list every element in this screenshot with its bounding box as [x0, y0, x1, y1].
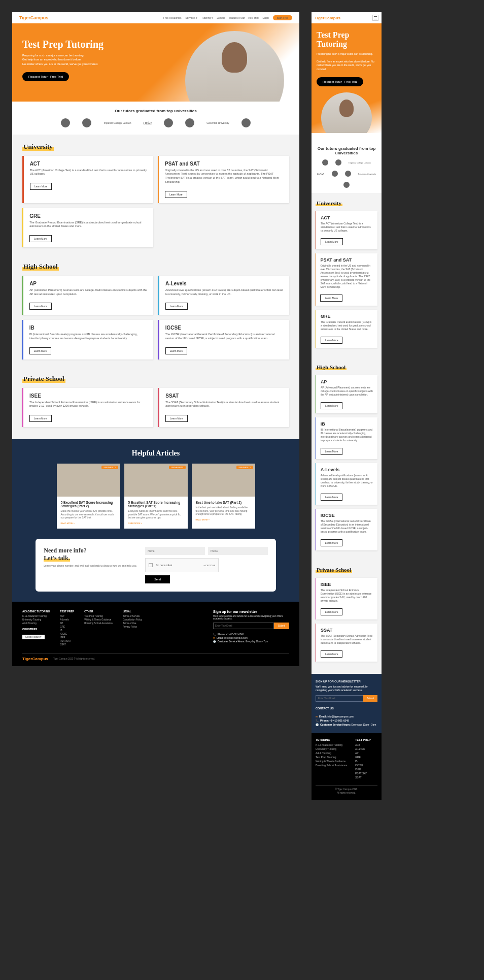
uni-logo-icon: ucla [317, 171, 325, 177]
card-desc: Originally created in the US and now use… [165, 169, 283, 184]
newsletter-submit-button[interactable]: Submit [274, 623, 289, 629]
footer-link[interactable]: University Tutoring [22, 618, 50, 621]
nav-request-tutor[interactable]: Request Tutor – Free Trial [229, 16, 258, 19]
learn-more-button[interactable]: Learn More [321, 650, 343, 658]
footer-link[interactable]: IGCSE [60, 633, 74, 635]
footer-logo[interactable]: TigerCampus [22, 657, 48, 661]
article-card[interactable]: UNIVERSITY 5 Excellent SAT Score-Increas… [57, 464, 120, 529]
hero-cta-button[interactable]: Request Tutor - Free Trial [22, 72, 69, 81]
footer-link[interactable]: A-Levels [355, 747, 371, 750]
read-more-link[interactable]: READ MORE » [196, 518, 251, 521]
section-university: University ACT The ACT (American College… [12, 135, 299, 254]
footer-link[interactable]: ACT [355, 743, 371, 746]
footer-col-heading: TEST PREP [355, 738, 371, 741]
newsletter-email-field[interactable] [213, 623, 274, 629]
footer-link[interactable]: ISEE [355, 768, 371, 771]
name-field[interactable] [145, 547, 205, 555]
recaptcha[interactable]: I'm not a robot reCAPTCHA [145, 558, 219, 572]
footer-link[interactable]: GRE [355, 756, 371, 759]
learn-more-button[interactable]: Learn More [29, 303, 52, 310]
learn-more-button[interactable]: Learn More [321, 337, 343, 344]
footer-link[interactable]: GRE [60, 626, 74, 628]
article-image: UNIVERSITY [124, 464, 188, 497]
footer-link[interactable]: K-12 Academic Tutoring [316, 743, 347, 746]
footer-link[interactable]: A-Levels [60, 618, 74, 621]
mobile-footer: TUTORING K-12 Academic TutoringUniversit… [312, 733, 382, 800]
footer-link[interactable]: K-12 Academic Tutoring [22, 615, 50, 617]
logo[interactable]: TigerCampus [315, 16, 340, 20]
footer-link[interactable]: Adult Tutoring [22, 622, 50, 625]
footer-link[interactable]: PSAT/SAT [355, 772, 371, 775]
learn-more-button[interactable]: Learn More [321, 448, 343, 455]
section-highschool: High School AP AP (Advanced Placement) c… [312, 357, 382, 560]
hero-text: Preparing for such a major exam can be d… [22, 53, 124, 66]
hero-cta-button[interactable]: Request Tutor - Free Trial [317, 77, 363, 86]
footer-link[interactable]: Test Prep Tutoring [316, 756, 347, 759]
hamburger-icon[interactable] [372, 15, 378, 21]
nav-login[interactable]: Login [263, 16, 269, 19]
exam-card: SSAT The SSAT (Secondary School Admissio… [316, 624, 377, 662]
learn-more-button[interactable]: Learn More [321, 494, 343, 501]
footer-link[interactable]: IGCSE [355, 764, 371, 767]
read-more-link[interactable]: READ MORE » [128, 522, 184, 525]
learn-more-button[interactable]: Learn More [321, 608, 343, 615]
checkbox-icon[interactable] [149, 563, 153, 567]
article-title: 5 Excellent SAT Score-Increasing Strateg… [128, 501, 184, 508]
learn-more-button[interactable]: Learn More [320, 295, 342, 302]
footer-link[interactable]: Terms of Use [123, 622, 142, 625]
footer-link[interactable]: University Tutoring [316, 747, 347, 750]
footer-link[interactable]: PSAT/SAT [60, 640, 74, 642]
universities-section: Our tutors graduated from top universiti… [312, 133, 382, 193]
nav-tutoring[interactable]: Tutoring ▾ [201, 16, 213, 19]
learn-more-button[interactable]: Learn More [29, 235, 52, 242]
nav-free-resources[interactable]: Free Resources [163, 16, 182, 19]
footer-link[interactable]: IB [355, 760, 371, 763]
learn-more-button[interactable]: Learn More [165, 303, 188, 310]
newsletter-submit-button[interactable]: Submit [363, 695, 377, 702]
send-button[interactable]: Send [145, 575, 170, 583]
logo[interactable]: TigerCampus [19, 15, 48, 20]
footer-link[interactable]: AP [60, 622, 74, 625]
mobile-hero: Test Prep Tutoring Preparing for such a … [312, 23, 382, 133]
footer-link[interactable]: Writing & Thesis Guidance [316, 760, 347, 763]
hero: Test Prep Tutoring Preparing for such a … [12, 23, 299, 102]
nav-join-us[interactable]: Join us [217, 16, 225, 19]
footer-link[interactable]: AP [355, 752, 371, 755]
footer-link[interactable]: Adult Tutoring [316, 752, 347, 755]
footer-link[interactable]: ACT [60, 615, 74, 617]
learn-more-button[interactable]: Learn More [165, 191, 187, 198]
region-select[interactable]: Select Region ▾ [22, 635, 45, 639]
learn-more-button[interactable]: Learn More [165, 415, 188, 422]
footer-link[interactable]: Writing & Thesis Guidance [84, 618, 113, 621]
footer-link[interactable]: ISEE [60, 636, 74, 639]
learn-more-button[interactable]: Learn More [321, 238, 343, 245]
footer-link[interactable]: Boarding School Assistance [84, 622, 113, 625]
contact-form-section: Need more info? Let's talk. Leave your p… [12, 539, 299, 602]
footer-link[interactable]: Boarding School Assistance [316, 764, 347, 767]
article-card[interactable]: UNIVERSITY 5 Excellent SAT Score-Increas… [124, 464, 188, 529]
phone-field[interactable] [208, 547, 268, 555]
section-heading: University [316, 200, 342, 206]
newsletter-email-field[interactable] [316, 695, 363, 702]
newsletter-heading: SIGN UP FOR OUR NEWSLETTER [316, 680, 377, 683]
learn-more-button[interactable]: Learn More [321, 539, 343, 546]
footer-link[interactable]: Privacy Policy [123, 626, 142, 628]
footer-link[interactable]: Test Prep Tutoring [84, 615, 113, 617]
articles-section: Helpful Articles UNIVERSITY 5 Excellent … [12, 439, 299, 539]
article-card[interactable]: UNIVERSITY Best time to take SAT (Part 2… [192, 464, 255, 529]
footer-link[interactable]: Terms of Service [123, 615, 142, 617]
nav-services[interactable]: Services ▾ [185, 16, 197, 19]
learn-more-button[interactable]: Learn More [30, 183, 52, 190]
start-free-button[interactable]: Start Free [273, 15, 292, 20]
learn-more-button[interactable]: Learn More [165, 347, 188, 354]
footer-link[interactable]: SSAT [60, 643, 74, 646]
footer-link[interactable]: IB [60, 629, 74, 632]
learn-more-button[interactable]: Learn More [321, 402, 343, 409]
copyright: © Tiger Campus 2023.All rights reserved. [316, 788, 377, 795]
learn-more-button[interactable]: Learn More [29, 347, 52, 354]
article-image: UNIVERSITY [192, 464, 255, 497]
footer-link[interactable]: SSAT [355, 776, 371, 779]
footer-link[interactable]: Cancellation Policy [123, 618, 142, 621]
learn-more-button[interactable]: Learn More [29, 415, 52, 422]
read-more-link[interactable]: READ MORE » [61, 522, 116, 525]
